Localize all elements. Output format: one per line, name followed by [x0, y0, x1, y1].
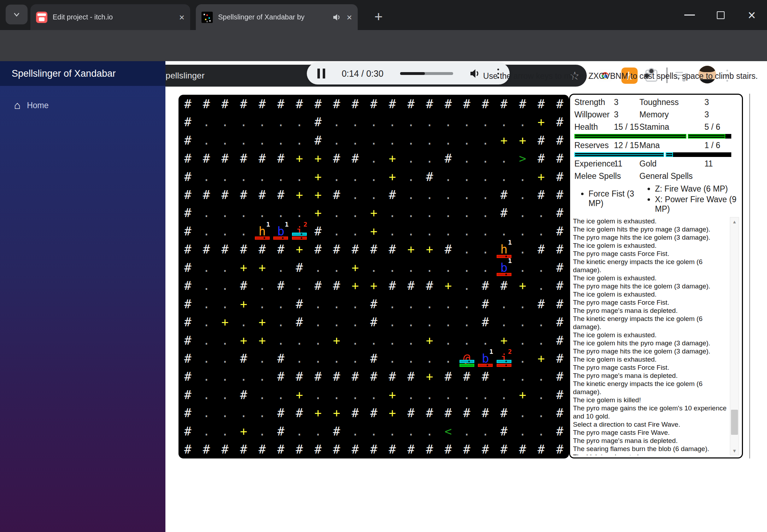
map-wall: # — [197, 149, 216, 167]
new-tab-button[interactable]: + — [370, 8, 387, 25]
tab-title: Edit project - itch.io — [53, 13, 174, 21]
window-close-button[interactable]: × — [748, 8, 756, 22]
map-floor: . — [253, 204, 271, 222]
map-floor: . — [420, 113, 439, 131]
scroll-down-arrow[interactable]: ▼ — [730, 446, 739, 455]
stat-label: Reserves — [574, 141, 614, 150]
map-wall: # — [271, 349, 290, 367]
browser-tab[interactable]: Edit project - itch.io× — [30, 4, 190, 30]
map-floor: . — [420, 349, 439, 367]
map-wall: # — [550, 168, 569, 186]
stat-value: 1 / 6 — [704, 141, 739, 150]
map-wall: # — [495, 186, 514, 204]
map-item: + — [253, 331, 271, 349]
map-floor: . — [327, 131, 346, 149]
map-item: + — [420, 331, 439, 349]
browser-tab[interactable]: Spellslinger of Xandabar by× — [196, 4, 358, 30]
tab-close-button[interactable]: × — [177, 13, 187, 22]
log-line: The pyro mage casts Force Fist. — [573, 298, 728, 306]
map-floor: . — [513, 204, 532, 222]
map-wall: # — [271, 368, 290, 386]
sidebar-header: Spellslinger of Xandabar — [0, 61, 165, 86]
game-canvas[interactable]: ######################......#...........… — [178, 95, 569, 458]
map-floor: . — [197, 222, 216, 240]
scroll-up-arrow[interactable]: ▲ — [730, 217, 739, 226]
map-item: + — [290, 149, 309, 167]
map-item: + — [439, 277, 458, 295]
log-line: The pyro mage hits the ice golem (3 dama… — [573, 233, 728, 241]
map-wall: # — [271, 240, 290, 258]
map-floor: . — [309, 258, 327, 276]
map-wall: # — [364, 349, 383, 367]
map-floor: . — [346, 386, 365, 404]
map-wall: # — [178, 113, 197, 131]
map-floor: . — [327, 295, 346, 313]
map-floor: . — [197, 168, 216, 186]
tab-audio-speaker-icon[interactable] — [333, 13, 341, 22]
map-wall: # — [383, 368, 402, 386]
log-scrollbar[interactable]: ▲ ▼ — [730, 217, 739, 455]
scrollbar-thumb[interactable] — [731, 410, 738, 435]
map-floor: . — [420, 131, 439, 149]
map-floor: . — [513, 422, 532, 440]
entity-health-bars — [497, 269, 511, 277]
map-stairs: < — [439, 422, 458, 440]
map-floor: . — [346, 113, 365, 131]
map-floor: . — [513, 168, 532, 186]
map-item: + — [290, 240, 309, 258]
map-floor: . — [346, 313, 365, 331]
stat-bar-row — [573, 152, 739, 158]
chevron-down-icon — [12, 10, 21, 19]
map-floor: . — [197, 313, 216, 331]
log-line: The ice golem hits the pyro mage (3 dama… — [573, 225, 728, 233]
log-line: The ice golem is killed! — [573, 396, 728, 404]
map-entity-imp: i2 — [495, 349, 514, 367]
map-floor: . — [457, 295, 476, 313]
map-floor: . — [327, 168, 346, 186]
window-maximize-button[interactable] — [717, 11, 725, 19]
map-floor: . — [383, 204, 402, 222]
map-floor: . — [197, 404, 216, 422]
game-frame-edge — [749, 94, 750, 458]
map-floor: . — [234, 113, 253, 131]
map-floor: . — [532, 331, 551, 349]
map-floor: . — [346, 295, 365, 313]
window-minimize-button[interactable] — [684, 14, 695, 16]
stat-bar-fill — [666, 152, 673, 157]
log-line: The ice golem is exhausted. — [573, 355, 728, 363]
volume-icon[interactable] — [469, 68, 481, 79]
map-wall: # — [234, 440, 253, 458]
map-wall: # — [327, 368, 346, 386]
map-floor: . — [309, 422, 327, 440]
map-floor: . — [327, 204, 346, 222]
map-floor: . — [309, 386, 327, 404]
log-line: The ice golem is exhausted. — [573, 274, 728, 282]
map-floor: . — [402, 186, 420, 204]
map-wall: # — [253, 186, 271, 204]
sidebar-item-home[interactable]: ⌂ Home — [14, 100, 48, 111]
map-floor: . — [364, 186, 383, 204]
message-log: The ice golem is exhausted.The ice golem… — [573, 217, 739, 455]
map-wall: # — [550, 368, 569, 386]
map-wall: # — [178, 422, 197, 440]
map-wall: # — [290, 440, 309, 458]
map-wall: # — [309, 131, 327, 149]
map-wall: # — [550, 313, 569, 331]
seek-slider[interactable] — [400, 72, 453, 75]
log-line: The kinetic energy impacts the ice golem… — [573, 258, 728, 274]
map-floor: . — [271, 204, 290, 222]
log-line: The kinetic energy impacts the ice golem… — [573, 315, 728, 331]
stat-value: 3 — [704, 110, 739, 119]
stat-label: Experience — [574, 159, 614, 169]
pause-button[interactable] — [317, 69, 325, 78]
stat-bar-fill — [574, 152, 664, 157]
map-wall: # — [495, 277, 514, 295]
map-floor: . — [457, 186, 476, 204]
map-floor: . — [290, 422, 309, 440]
tab-search-button[interactable] — [6, 5, 28, 24]
map-floor: . — [439, 258, 458, 276]
map-wall: # — [234, 349, 253, 367]
map-wall: # — [253, 149, 271, 167]
map-floor: . — [216, 349, 234, 367]
tab-close-button[interactable]: × — [345, 13, 354, 22]
